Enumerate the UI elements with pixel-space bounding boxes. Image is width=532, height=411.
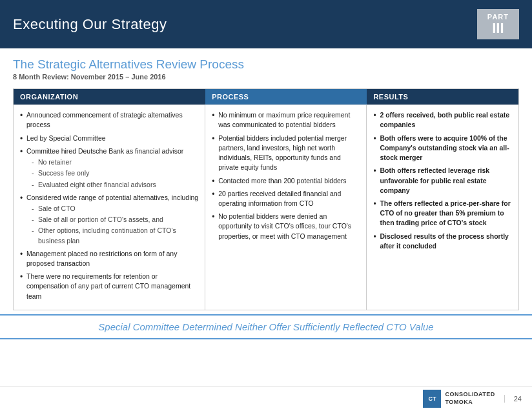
proc-list: No minimum or maximum price requirement … — [212, 110, 360, 241]
proc-header: PROCESS — [205, 89, 367, 105]
proc-list-item: 20 parties received detailed financial a… — [212, 189, 360, 208]
table-header-row: ORGANIZATION PROCESS RESULTS — [14, 89, 518, 105]
res-list-item: Disclosed results of the process shortly… — [373, 232, 512, 251]
org-sub-item: No retainer — [32, 157, 198, 167]
section-title: The Strategic Alternatives Review Proces… — [13, 57, 519, 72]
proc-list-item: Potential bidders included potential mer… — [212, 134, 360, 173]
org-sub-item: Sale of CTO — [32, 204, 198, 214]
org-column: Announced commencement of strategic alte… — [14, 105, 205, 310]
org-list: Announced commencement of strategic alte… — [20, 110, 198, 301]
org-list-item: Led by Special Committee — [20, 134, 198, 143]
section-title-area: The Strategic Alternatives Review Proces… — [0, 48, 532, 83]
org-list-item: There were no requirements for retention… — [20, 272, 198, 301]
org-sub-item: Evaluated eight other financial advisors — [32, 180, 198, 190]
proc-list-item: No minimum or maximum price requirement … — [212, 110, 360, 130]
res-list-item: 2 offers received, both public real esta… — [373, 110, 512, 130]
res-list-item: Both offers reflected leverage risk unfa… — [373, 166, 512, 195]
table-body-row: Announced commencement of strategic alte… — [14, 105, 518, 310]
org-sub-item: Other options, including continuation of… — [32, 226, 198, 245]
proc-list-item: No potential bidders were denied an oppo… — [212, 212, 360, 241]
proc-list-item: Contacted more than 200 potential bidder… — [212, 176, 360, 186]
logo-text: CONSOLIDATED TOMOKA — [445, 391, 495, 406]
page-header: Executing Our Strategy PART III — [0, 0, 532, 48]
org-sub-item: Sale of all or portion of CTO's assets, … — [32, 215, 198, 225]
bottom-bar: CT CONSOLIDATED TOMOKA 24 — [0, 386, 532, 411]
res-list-item: Both offers were to acquire 100% of the … — [373, 134, 512, 163]
part-number: III — [487, 21, 509, 35]
org-list-item: Management placed no restrictions on for… — [20, 249, 198, 268]
footer-banner: Special Committee Determined Neither Off… — [0, 314, 532, 339]
company-line1: CONSOLIDATED — [445, 391, 495, 397]
section-subtitle: 8 Month Review: November 2015 – June 201… — [13, 73, 519, 81]
company-line2: TOMOKA — [445, 399, 473, 405]
res-list-item: The offers reflected a price-per-share f… — [373, 199, 512, 228]
page-title: Executing Our Strategy — [13, 16, 167, 33]
logo-initials: CT — [428, 396, 436, 402]
res-header: RESULTS — [367, 89, 518, 105]
page-number: 24 — [504, 395, 522, 403]
org-list-item: Announced commencement of strategic alte… — [20, 110, 198, 130]
res-list: 2 offers received, both public real esta… — [373, 110, 512, 251]
logo-area: CT CONSOLIDATED TOMOKA — [423, 390, 495, 408]
res-column: 2 offers received, both public real esta… — [367, 105, 518, 310]
org-list-item: Considered wide range of potential alter… — [20, 193, 198, 246]
proc-column: No minimum or maximum price requirement … — [205, 105, 367, 310]
org-header: ORGANIZATION — [14, 89, 205, 105]
footer-banner-text: Special Committee Determined Neither Off… — [13, 321, 519, 332]
part-badge: PART III — [477, 9, 519, 39]
org-list-item: Committee hired Deutsche Bank as financi… — [20, 146, 198, 190]
main-table: ORGANIZATION PROCESS RESULTS Announced c… — [13, 88, 519, 310]
logo-icon: CT — [423, 390, 441, 408]
org-sub-item: Success fee only — [32, 168, 198, 178]
